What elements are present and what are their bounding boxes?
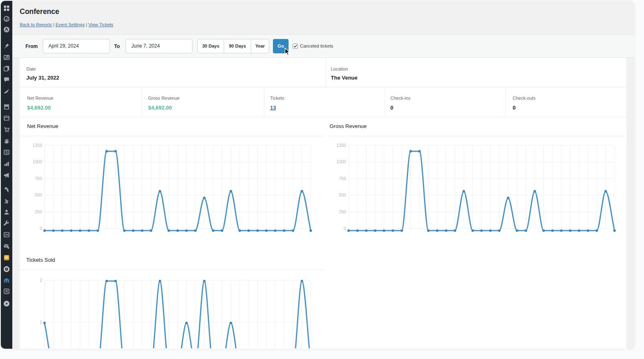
svg-text:1000: 1000 <box>337 159 346 164</box>
svg-text:500: 500 <box>339 192 346 197</box>
svg-text:0: 0 <box>40 226 42 231</box>
svg-text:1: 1 <box>40 320 42 325</box>
svg-text:0: 0 <box>344 226 346 231</box>
svg-text:1250: 1250 <box>32 143 42 148</box>
svg-text:250: 250 <box>339 209 346 214</box>
svg-text:2: 2 <box>40 278 42 283</box>
svg-text:750: 750 <box>339 176 346 181</box>
svg-text:1250: 1250 <box>337 143 346 148</box>
svg-text:R: R <box>5 289 8 293</box>
svg-text:1000: 1000 <box>32 159 42 164</box>
svg-text:250: 250 <box>35 209 42 214</box>
svg-text:S: S <box>5 150 8 154</box>
svg-text:750: 750 <box>35 176 42 181</box>
svg-text:500: 500 <box>35 192 42 197</box>
